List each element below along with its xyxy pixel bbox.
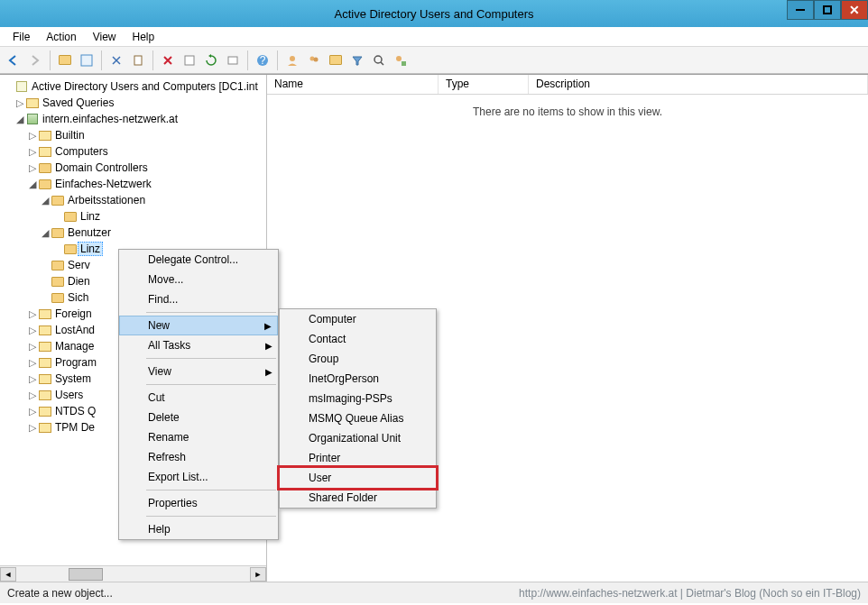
ou-icon bbox=[64, 212, 77, 222]
tree-linz-ws[interactable]: Linz bbox=[4, 208, 266, 225]
add-criteria-button[interactable] bbox=[391, 50, 411, 70]
scroll-thumb[interactable] bbox=[69, 568, 103, 581]
ctx-refresh[interactable]: Refresh bbox=[119, 447, 278, 467]
tree-hscroll[interactable]: ◄ ► bbox=[0, 565, 266, 582]
ou-icon bbox=[51, 293, 64, 303]
new-printer[interactable]: Printer bbox=[280, 448, 436, 468]
menu-file[interactable]: File bbox=[5, 29, 37, 45]
new-user[interactable]: User bbox=[280, 468, 436, 488]
svg-point-6 bbox=[290, 56, 295, 61]
col-type[interactable]: Type bbox=[439, 75, 529, 94]
new-user-button[interactable] bbox=[282, 50, 302, 70]
titlebar: Active Directory Users and Computers ✕ bbox=[0, 0, 868, 27]
ou-icon bbox=[39, 163, 51, 173]
delete-button[interactable] bbox=[158, 50, 178, 70]
statusbar: Create a new object... http://www.einfac… bbox=[0, 582, 868, 603]
ou-icon bbox=[64, 244, 77, 254]
status-blog: http://www.einfaches-netzwerk.at | Dietm… bbox=[519, 587, 861, 600]
scroll-right-button[interactable]: ► bbox=[250, 567, 266, 582]
ctx-delegate[interactable]: Delegate Control... bbox=[119, 250, 278, 270]
up-button[interactable] bbox=[55, 50, 75, 70]
ctx-export[interactable]: Export List... bbox=[119, 467, 278, 487]
properties-button[interactable] bbox=[180, 50, 199, 70]
tree-builtin[interactable]: ▷Builtin bbox=[4, 127, 266, 143]
ctx-all-tasks[interactable]: All Tasks▶ bbox=[119, 335, 278, 355]
ctx-new[interactable]: New▶ bbox=[119, 316, 278, 335]
context-menu: Delegate Control... Move... Find... New▶… bbox=[118, 249, 279, 540]
refresh-button[interactable] bbox=[201, 50, 221, 70]
minimize-button[interactable] bbox=[787, 0, 814, 20]
domain-icon bbox=[27, 114, 38, 124]
ou-icon bbox=[51, 196, 64, 206]
folder-icon bbox=[39, 325, 51, 335]
tree-domain[interactable]: ◢intern.einfaches-netzwerk.at bbox=[4, 111, 266, 127]
submenu-arrow-icon: ▶ bbox=[265, 367, 272, 377]
new-shared-folder[interactable]: Shared Folder bbox=[280, 488, 436, 508]
folder-icon bbox=[39, 390, 51, 400]
scroll-left-button[interactable]: ◄ bbox=[0, 567, 16, 582]
ou-icon bbox=[51, 277, 64, 287]
new-msmq[interactable]: MSMQ Queue Alias bbox=[280, 408, 436, 428]
filter-button[interactable] bbox=[347, 50, 367, 70]
ctx-rename[interactable]: Rename bbox=[119, 427, 278, 447]
svg-point-9 bbox=[374, 56, 382, 63]
new-contact[interactable]: Contact bbox=[280, 329, 436, 349]
ctx-help[interactable]: Help bbox=[119, 519, 278, 539]
folder-icon bbox=[39, 358, 51, 368]
ctx-view[interactable]: View▶ bbox=[119, 362, 278, 381]
close-button[interactable]: ✕ bbox=[841, 0, 868, 20]
svg-rect-3 bbox=[228, 57, 237, 64]
svg-point-11 bbox=[396, 56, 402, 61]
new-inetorgperson[interactable]: InetOrgPerson bbox=[280, 369, 436, 389]
folder-icon bbox=[39, 374, 51, 384]
folder-icon bbox=[39, 309, 51, 319]
show-hide-tree-button[interactable] bbox=[77, 50, 97, 70]
maximize-button[interactable] bbox=[814, 0, 841, 20]
find-button[interactable] bbox=[369, 50, 389, 70]
new-computer[interactable]: Computer bbox=[280, 309, 436, 329]
export-button[interactable] bbox=[223, 50, 243, 70]
new-group-button[interactable] bbox=[304, 50, 324, 70]
back-button[interactable] bbox=[4, 50, 23, 70]
ctx-delete[interactable]: Delete bbox=[119, 408, 278, 427]
folder-icon bbox=[39, 131, 51, 141]
ctx-move[interactable]: Move... bbox=[119, 270, 278, 289]
svg-rect-12 bbox=[402, 61, 406, 66]
tree-einfaches-netzwerk[interactable]: ◢Einfaches-Netzwerk bbox=[4, 176, 266, 192]
menu-help[interactable]: Help bbox=[125, 29, 162, 45]
menu-view[interactable]: View bbox=[86, 29, 124, 45]
tree-benutzer[interactable]: ◢Benutzer bbox=[4, 225, 266, 241]
cut-button[interactable] bbox=[106, 50, 126, 70]
menu-action[interactable]: Action bbox=[39, 29, 83, 45]
svg-rect-0 bbox=[81, 55, 92, 66]
ctx-find[interactable]: Find... bbox=[119, 289, 278, 309]
ou-icon bbox=[51, 261, 64, 270]
ctx-properties[interactable]: Properties bbox=[119, 493, 278, 513]
col-description[interactable]: Description bbox=[529, 75, 868, 94]
tree-arbeitsstationen[interactable]: ◢Arbeitsstationen bbox=[4, 192, 266, 208]
submenu-arrow-icon: ▶ bbox=[264, 321, 272, 331]
new-group[interactable]: Group bbox=[280, 349, 436, 369]
tree-saved-queries[interactable]: ▷Saved Queries bbox=[4, 95, 266, 111]
svg-point-8 bbox=[314, 57, 319, 61]
scroll-track[interactable] bbox=[16, 567, 250, 582]
empty-message: There are no items to show in this view. bbox=[267, 95, 868, 129]
new-ou-button[interactable] bbox=[326, 50, 346, 70]
tree-domain-controllers[interactable]: ▷Domain Controllers bbox=[4, 160, 266, 176]
menubar: File Action View Help bbox=[0, 27, 868, 47]
col-name[interactable]: Name bbox=[267, 75, 439, 94]
folder-icon bbox=[59, 55, 71, 65]
toolbar: ? bbox=[0, 47, 868, 74]
tree-computers[interactable]: ▷Computers bbox=[4, 143, 266, 160]
copy-button[interactable] bbox=[128, 50, 148, 70]
ou-icon bbox=[51, 228, 64, 238]
tree-root[interactable]: Active Directory Users and Computers [DC… bbox=[4, 78, 266, 95]
forward-button[interactable] bbox=[25, 50, 45, 70]
ctx-cut[interactable]: Cut bbox=[119, 388, 278, 408]
new-msimaging[interactable]: msImaging-PSPs bbox=[280, 389, 436, 408]
folder-icon bbox=[39, 423, 51, 433]
svg-text:?: ? bbox=[260, 54, 266, 67]
folder-icon bbox=[39, 342, 51, 352]
new-ou[interactable]: Organizational Unit bbox=[280, 428, 436, 448]
help-button[interactable]: ? bbox=[253, 50, 272, 70]
